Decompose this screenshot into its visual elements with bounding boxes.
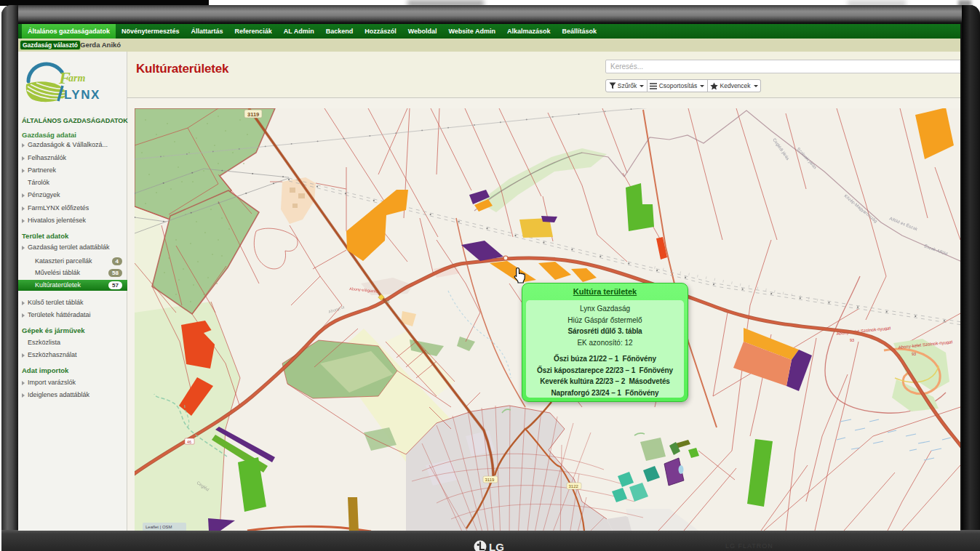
svg-text:arm: arm: [68, 73, 85, 84]
svg-text:Leaflet | OSM: Leaflet | OSM: [146, 525, 172, 529]
svg-text:45: 45: [386, 299, 390, 304]
svg-text:3119: 3119: [485, 478, 495, 482]
svg-text:46: 46: [187, 440, 191, 444]
svg-text:LG: LG: [489, 541, 504, 551]
svg-text:93: 93: [912, 352, 916, 356]
svg-text:LYNX: LYNX: [64, 88, 100, 102]
svg-text:3122: 3122: [569, 484, 579, 488]
svg-text:3119: 3119: [247, 111, 259, 118]
svg-text:93: 93: [850, 338, 854, 342]
